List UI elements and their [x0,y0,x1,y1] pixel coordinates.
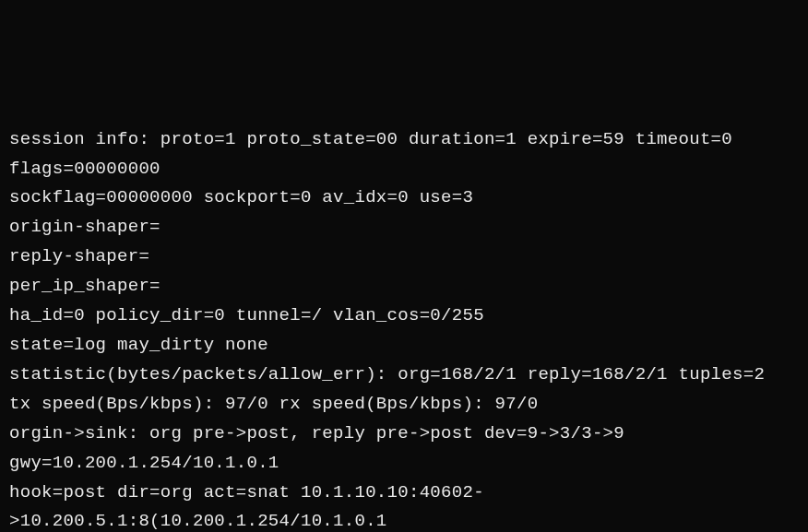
statistic-line: statistic(bytes/packets/allow_err): org=… [9,361,799,390]
ha-id-line: ha_id=0 policy_dir=0 tunnel=/ vlan_cos=0… [9,301,799,331]
reply-shaper-line: reply-shaper= [9,242,799,272]
session-info-line: session info: proto=1 proto_state=00 dur… [9,125,799,184]
per-ip-shaper-line: per_ip_shaper= [9,272,799,301]
orgin-sink-line: orgin->sink: org pre->post, reply pre->p… [9,420,799,479]
state-line: state=log may_dirty none [9,331,799,361]
hook-post-line: hook=post dir=org act=snat 10.1.10.10:40… [9,479,799,533]
sockflag-line: sockflag=00000000 sockport=0 av_idx=0 us… [9,183,799,213]
origin-shaper-line: origin-shaper= [9,213,799,242]
tx-speed-line: tx speed(Bps/kbps): 97/0 rx speed(Bps/kb… [9,390,799,420]
terminal-output: session info: proto=1 proto_state=00 dur… [9,125,799,532]
